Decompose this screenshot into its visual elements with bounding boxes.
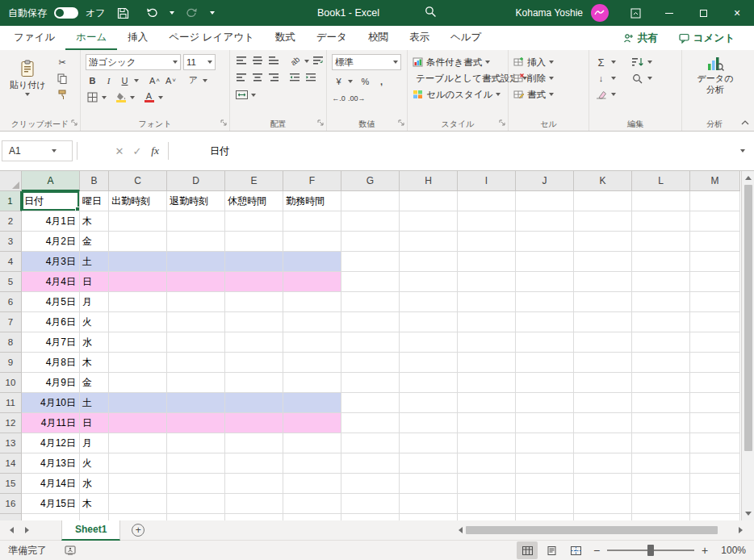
row-header-17[interactable]: 17 (0, 514, 22, 520)
ribbon-tab-0[interactable]: ファイル (3, 26, 65, 50)
conditional-formatting-button[interactable]: 条件付き書式 (413, 54, 505, 70)
cell-B16[interactable]: 木 (80, 494, 109, 514)
column-header-B[interactable]: B (80, 171, 109, 191)
cell-L3[interactable] (632, 232, 690, 252)
cell-D10[interactable] (167, 373, 225, 393)
undo-icon[interactable] (141, 2, 162, 23)
cell-E2[interactable] (225, 211, 283, 232)
cell-A5[interactable]: 4月4日 (22, 272, 80, 292)
orientation-dropdown-icon[interactable] (304, 60, 309, 63)
format-as-table-button[interactable]: テーブルとして書式設定 (413, 70, 505, 86)
cell-H9[interactable] (400, 353, 458, 373)
cell-E16[interactable] (225, 494, 283, 514)
cell-F3[interactable] (283, 232, 341, 252)
ribbon-tab-3[interactable]: ページ レイアウト (158, 26, 265, 50)
cell-E13[interactable] (225, 433, 283, 453)
zoom-level[interactable]: 100% (715, 545, 746, 556)
cell-C11[interactable] (109, 393, 167, 413)
cell-J8[interactable] (516, 332, 574, 353)
cell-M11[interactable] (690, 393, 740, 413)
merge-center-button[interactable] (235, 88, 249, 102)
cell-K7[interactable] (574, 312, 632, 332)
cell-C1[interactable]: 出勤時刻 (109, 191, 167, 211)
cell-G12[interactable] (341, 413, 400, 433)
cell-B11[interactable]: 土 (80, 393, 109, 413)
cell-M2[interactable] (690, 211, 740, 232)
font-color-dropdown-icon[interactable] (158, 96, 163, 99)
cell-D11[interactable] (167, 393, 225, 413)
zoom-slider[interactable] (607, 541, 694, 559)
zoom-in-button[interactable]: + (697, 541, 712, 559)
cell-I9[interactable] (458, 353, 516, 373)
cell-C4[interactable] (109, 252, 167, 272)
cell-K4[interactable] (574, 252, 632, 272)
cell-D14[interactable] (167, 453, 225, 474)
cell-J10[interactable] (516, 373, 574, 393)
font-color-button[interactable]: A (142, 90, 156, 104)
insert-function-button[interactable]: fx (146, 142, 164, 160)
cell-F11[interactable] (283, 393, 341, 413)
minimize-button[interactable] (652, 0, 686, 26)
cell-A13[interactable]: 4月12日 (22, 433, 80, 453)
cell-E5[interactable] (225, 272, 283, 292)
cell-E17[interactable] (225, 514, 283, 520)
cell-H13[interactable] (400, 433, 458, 453)
scroll-down-icon[interactable] (745, 512, 752, 516)
cell-H16[interactable] (400, 494, 458, 514)
cell-J12[interactable] (516, 413, 574, 433)
ribbon-tab-5[interactable]: データ (306, 26, 358, 50)
cell-H6[interactable] (400, 292, 458, 312)
cell-B1[interactable]: 曜日 (80, 191, 109, 211)
cell-M8[interactable] (690, 332, 740, 353)
cell-G15[interactable] (341, 474, 400, 494)
cell-L5[interactable] (632, 272, 690, 292)
cell-K11[interactable] (574, 393, 632, 413)
cell-J16[interactable] (516, 494, 574, 514)
sheet-nav-left-icon[interactable] (10, 527, 14, 533)
row-header-9[interactable]: 9 (0, 353, 22, 373)
cell-C10[interactable] (109, 373, 167, 393)
autosum-button[interactable]: Σ (594, 56, 608, 69)
cell-I7[interactable] (458, 312, 516, 332)
cell-B8[interactable]: 水 (80, 332, 109, 353)
cell-A8[interactable]: 4月7日 (22, 332, 80, 353)
cell-H7[interactable] (400, 312, 458, 332)
cell-H17[interactable] (400, 514, 458, 520)
percent-button[interactable]: % (358, 74, 372, 88)
cell-D6[interactable] (167, 292, 225, 312)
cell-G1[interactable] (341, 191, 400, 211)
cell-A1[interactable]: 日付 (22, 191, 80, 211)
cell-H2[interactable] (400, 211, 458, 232)
cell-C12[interactable] (109, 413, 167, 433)
cell-B10[interactable]: 金 (80, 373, 109, 393)
comma-style-button[interactable]: , (375, 74, 388, 88)
cut-button[interactable]: ✂ (56, 56, 69, 69)
cell-H1[interactable] (400, 191, 458, 211)
cell-A7[interactable]: 4月6日 (22, 312, 80, 332)
cell-L6[interactable] (632, 292, 690, 312)
cell-J14[interactable] (516, 453, 574, 474)
cell-M4[interactable] (690, 252, 740, 272)
cell-J9[interactable] (516, 353, 574, 373)
sort-filter-dropdown-icon[interactable] (647, 61, 652, 64)
column-header-J[interactable]: J (516, 171, 574, 191)
italic-button[interactable]: I (102, 73, 115, 87)
cell-D1[interactable]: 退勤時刻 (167, 191, 225, 211)
cell-F12[interactable] (283, 413, 341, 433)
cell-I16[interactable] (458, 494, 516, 514)
cell-E14[interactable] (225, 453, 283, 474)
cell-F6[interactable] (283, 292, 341, 312)
increase-decimal-button[interactable]: ←.0 (332, 91, 346, 105)
font-dialog-launcher[interactable] (220, 117, 227, 128)
cell-L2[interactable] (632, 211, 690, 232)
cell-H12[interactable] (400, 413, 458, 433)
cell-F5[interactable] (283, 272, 341, 292)
cell-E6[interactable] (225, 292, 283, 312)
new-sheet-button[interactable]: + (132, 524, 145, 537)
cell-F8[interactable] (283, 332, 341, 353)
cell-M1[interactable] (690, 191, 740, 211)
cell-K14[interactable] (574, 453, 632, 474)
view-page-layout-button[interactable] (541, 541, 562, 559)
cell-F16[interactable] (283, 494, 341, 514)
cell-H4[interactable] (400, 252, 458, 272)
